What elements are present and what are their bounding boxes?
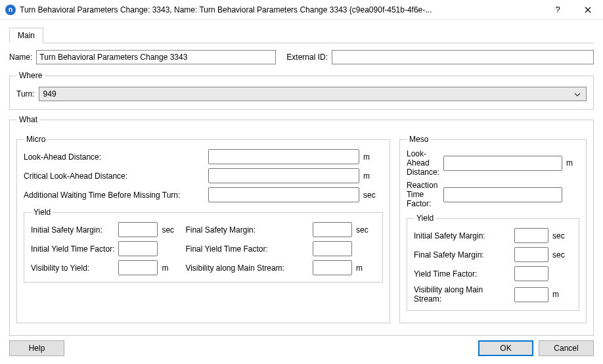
micro-legend: Micro bbox=[24, 135, 48, 144]
external-id-input[interactable] bbox=[332, 50, 594, 64]
meso-group: Meso Look-Ahead Distance: m Reaction Tim… bbox=[399, 135, 587, 323]
meso-lookahead-unit: m bbox=[566, 158, 582, 168]
micro-crit-lookahead-label: Critical Look-Ahead Distance: bbox=[24, 171, 180, 181]
micro-yield-group: Yield Initial Safety Margin: sec Final S… bbox=[24, 208, 383, 283]
meso-yield-legend: Yield bbox=[414, 214, 436, 223]
meso-vis-main-label: Visibility along Main Stream: bbox=[414, 285, 510, 304]
external-id-label: External ID: bbox=[286, 53, 328, 62]
tab-main[interactable]: Main bbox=[9, 28, 43, 43]
micro-vis-yield-label: Visibility to Yield: bbox=[31, 263, 114, 273]
meso-lookahead-label: Look-Ahead Distance: bbox=[407, 149, 439, 177]
micro-final-yieldfactor-input[interactable] bbox=[313, 241, 352, 256]
meso-reaction-input[interactable] bbox=[443, 187, 562, 202]
micro-final-safety-input[interactable] bbox=[313, 222, 352, 237]
micro-final-safety-label: Final Safety Margin: bbox=[185, 225, 309, 235]
meso-yield-group: Yield Initial Safety Margin: sec Final S… bbox=[407, 214, 579, 311]
close-button[interactable] bbox=[573, 0, 603, 20]
micro-init-safety-unit: sec bbox=[162, 225, 177, 235]
name-label: Name: bbox=[9, 53, 32, 62]
micro-vis-main-unit: m bbox=[356, 263, 372, 273]
turn-label: Turn: bbox=[16, 89, 35, 99]
micro-final-yieldfactor-label: Final Yield Time Factor: bbox=[185, 244, 309, 254]
meso-lookahead-input[interactable] bbox=[443, 156, 562, 171]
close-icon bbox=[585, 7, 591, 13]
micro-addwait-label: Additional Waiting Time Before Missing T… bbox=[24, 191, 180, 200]
meso-yieldfactor-input[interactable] bbox=[514, 266, 548, 281]
meso-final-safety-input[interactable] bbox=[514, 247, 548, 262]
help-button[interactable]: Help bbox=[9, 340, 64, 356]
micro-lookahead-input[interactable] bbox=[208, 149, 359, 164]
cancel-button[interactable]: Cancel bbox=[539, 340, 594, 356]
tab-bar: Main bbox=[9, 26, 594, 43]
micro-init-safety-input[interactable] bbox=[118, 222, 158, 237]
meso-vis-main-unit: m bbox=[552, 290, 568, 299]
micro-init-yieldfactor-input[interactable] bbox=[118, 241, 158, 256]
micro-init-yieldfactor-label: Initial Yield Time Factor: bbox=[31, 244, 114, 254]
ok-button[interactable]: OK bbox=[478, 340, 533, 356]
micro-addwait-input[interactable] bbox=[208, 187, 359, 202]
what-legend: What bbox=[16, 115, 40, 124]
micro-group: Micro Look-Ahead Distance: m Critical Lo… bbox=[16, 135, 390, 323]
micro-final-safety-unit: sec bbox=[356, 225, 372, 235]
meso-vis-main-input[interactable] bbox=[514, 287, 548, 302]
app-icon: n bbox=[5, 5, 16, 15]
where-legend: Where bbox=[16, 71, 45, 80]
micro-lookahead-label: Look-Ahead Distance: bbox=[24, 152, 180, 162]
name-input[interactable] bbox=[36, 50, 276, 64]
micro-addwait-unit: sec bbox=[363, 191, 379, 200]
micro-yield-legend: Yield bbox=[31, 208, 53, 217]
where-group: Where Turn: 949 bbox=[9, 71, 594, 110]
micro-vis-yield-unit: m bbox=[162, 263, 177, 273]
micro-lookahead-unit: m bbox=[363, 152, 379, 162]
meso-yieldfactor-label: Yield Time Factor: bbox=[414, 269, 510, 279]
meso-init-safety-unit: sec bbox=[552, 231, 568, 240]
meso-final-safety-unit: sec bbox=[552, 250, 568, 260]
micro-crit-lookahead-unit: m bbox=[363, 171, 379, 181]
titlebar: n Turn Behavioral Parameters Change: 334… bbox=[0, 0, 603, 20]
meso-legend: Meso bbox=[407, 135, 431, 144]
micro-init-safety-label: Initial Safety Margin: bbox=[31, 225, 114, 235]
micro-crit-lookahead-input[interactable] bbox=[208, 168, 359, 183]
micro-vis-main-label: Visibility along Main Stream: bbox=[185, 263, 309, 273]
meso-init-safety-input[interactable] bbox=[514, 228, 548, 243]
meso-reaction-label: Reaction Time Factor: bbox=[407, 181, 439, 208]
meso-init-safety-label: Initial Safety Margin: bbox=[414, 231, 510, 240]
micro-vis-main-input[interactable] bbox=[313, 260, 352, 275]
window-title: Turn Behavioral Parameters Change: 3343,… bbox=[20, 5, 543, 14]
chevron-down-icon bbox=[571, 89, 583, 99]
turn-dropdown[interactable]: 949 bbox=[39, 87, 587, 101]
what-group: What Micro Look-Ahead Distance: m Critic… bbox=[9, 115, 594, 336]
help-titlebar-button[interactable]: ? bbox=[543, 0, 573, 20]
meso-final-safety-label: Final Safety Margin: bbox=[414, 250, 510, 260]
turn-value: 949 bbox=[43, 89, 571, 99]
micro-vis-yield-input[interactable] bbox=[118, 260, 158, 275]
